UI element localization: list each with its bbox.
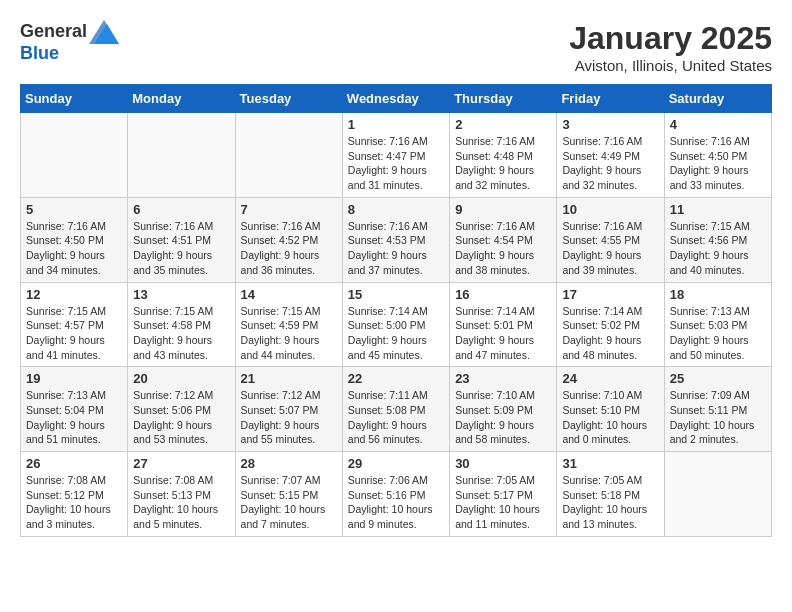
- calendar-cell: [235, 113, 342, 198]
- day-number: 2: [455, 117, 551, 132]
- day-info: Sunrise: 7:16 AM Sunset: 4:53 PM Dayligh…: [348, 219, 444, 278]
- logo: General Blue: [20, 20, 119, 64]
- day-info: Sunrise: 7:14 AM Sunset: 5:00 PM Dayligh…: [348, 304, 444, 363]
- calendar-cell: 28Sunrise: 7:07 AM Sunset: 5:15 PM Dayli…: [235, 452, 342, 537]
- day-info: Sunrise: 7:12 AM Sunset: 5:07 PM Dayligh…: [241, 388, 337, 447]
- calendar-cell: 17Sunrise: 7:14 AM Sunset: 5:02 PM Dayli…: [557, 282, 664, 367]
- header-thursday: Thursday: [450, 85, 557, 113]
- day-info: Sunrise: 7:16 AM Sunset: 4:47 PM Dayligh…: [348, 134, 444, 193]
- calendar-cell: [664, 452, 771, 537]
- header-tuesday: Tuesday: [235, 85, 342, 113]
- calendar-cell: 30Sunrise: 7:05 AM Sunset: 5:17 PM Dayli…: [450, 452, 557, 537]
- calendar-cell: 26Sunrise: 7:08 AM Sunset: 5:12 PM Dayli…: [21, 452, 128, 537]
- header: General Blue January 2025 Aviston, Illin…: [20, 20, 772, 74]
- day-number: 12: [26, 287, 122, 302]
- day-info: Sunrise: 7:14 AM Sunset: 5:02 PM Dayligh…: [562, 304, 658, 363]
- weekday-header-row: SundayMondayTuesdayWednesdayThursdayFrid…: [21, 85, 772, 113]
- day-info: Sunrise: 7:13 AM Sunset: 5:03 PM Dayligh…: [670, 304, 766, 363]
- title-area: January 2025 Aviston, Illinois, United S…: [569, 20, 772, 74]
- day-info: Sunrise: 7:07 AM Sunset: 5:15 PM Dayligh…: [241, 473, 337, 532]
- day-number: 23: [455, 371, 551, 386]
- header-friday: Friday: [557, 85, 664, 113]
- day-number: 3: [562, 117, 658, 132]
- day-info: Sunrise: 7:12 AM Sunset: 5:06 PM Dayligh…: [133, 388, 229, 447]
- day-number: 17: [562, 287, 658, 302]
- calendar-cell: 16Sunrise: 7:14 AM Sunset: 5:01 PM Dayli…: [450, 282, 557, 367]
- day-info: Sunrise: 7:16 AM Sunset: 4:52 PM Dayligh…: [241, 219, 337, 278]
- day-info: Sunrise: 7:08 AM Sunset: 5:13 PM Dayligh…: [133, 473, 229, 532]
- calendar-cell: 24Sunrise: 7:10 AM Sunset: 5:10 PM Dayli…: [557, 367, 664, 452]
- day-info: Sunrise: 7:06 AM Sunset: 5:16 PM Dayligh…: [348, 473, 444, 532]
- header-monday: Monday: [128, 85, 235, 113]
- calendar-cell: 19Sunrise: 7:13 AM Sunset: 5:04 PM Dayli…: [21, 367, 128, 452]
- day-number: 29: [348, 456, 444, 471]
- calendar-cell: 27Sunrise: 7:08 AM Sunset: 5:13 PM Dayli…: [128, 452, 235, 537]
- day-info: Sunrise: 7:16 AM Sunset: 4:50 PM Dayligh…: [670, 134, 766, 193]
- day-number: 24: [562, 371, 658, 386]
- day-info: Sunrise: 7:05 AM Sunset: 5:17 PM Dayligh…: [455, 473, 551, 532]
- calendar-cell: 15Sunrise: 7:14 AM Sunset: 5:00 PM Dayli…: [342, 282, 449, 367]
- page-title: January 2025: [569, 20, 772, 57]
- logo-icon: [89, 20, 119, 44]
- day-number: 25: [670, 371, 766, 386]
- logo-blue-text: Blue: [20, 44, 119, 64]
- day-info: Sunrise: 7:16 AM Sunset: 4:49 PM Dayligh…: [562, 134, 658, 193]
- day-number: 14: [241, 287, 337, 302]
- day-info: Sunrise: 7:15 AM Sunset: 4:59 PM Dayligh…: [241, 304, 337, 363]
- day-number: 9: [455, 202, 551, 217]
- day-info: Sunrise: 7:10 AM Sunset: 5:09 PM Dayligh…: [455, 388, 551, 447]
- day-number: 22: [348, 371, 444, 386]
- calendar-cell: 4Sunrise: 7:16 AM Sunset: 4:50 PM Daylig…: [664, 113, 771, 198]
- calendar-cell: 20Sunrise: 7:12 AM Sunset: 5:06 PM Dayli…: [128, 367, 235, 452]
- day-info: Sunrise: 7:16 AM Sunset: 4:48 PM Dayligh…: [455, 134, 551, 193]
- week-row-5: 26Sunrise: 7:08 AM Sunset: 5:12 PM Dayli…: [21, 452, 772, 537]
- calendar-cell: 5Sunrise: 7:16 AM Sunset: 4:50 PM Daylig…: [21, 197, 128, 282]
- day-number: 4: [670, 117, 766, 132]
- day-number: 26: [26, 456, 122, 471]
- day-info: Sunrise: 7:16 AM Sunset: 4:50 PM Dayligh…: [26, 219, 122, 278]
- calendar-cell: [21, 113, 128, 198]
- day-info: Sunrise: 7:13 AM Sunset: 5:04 PM Dayligh…: [26, 388, 122, 447]
- calendar-cell: 10Sunrise: 7:16 AM Sunset: 4:55 PM Dayli…: [557, 197, 664, 282]
- day-number: 11: [670, 202, 766, 217]
- day-number: 8: [348, 202, 444, 217]
- calendar-cell: 29Sunrise: 7:06 AM Sunset: 5:16 PM Dayli…: [342, 452, 449, 537]
- week-row-3: 12Sunrise: 7:15 AM Sunset: 4:57 PM Dayli…: [21, 282, 772, 367]
- day-info: Sunrise: 7:15 AM Sunset: 4:57 PM Dayligh…: [26, 304, 122, 363]
- day-number: 5: [26, 202, 122, 217]
- day-number: 20: [133, 371, 229, 386]
- logo-general-text: General: [20, 22, 87, 42]
- calendar-cell: 14Sunrise: 7:15 AM Sunset: 4:59 PM Dayli…: [235, 282, 342, 367]
- calendar-cell: 25Sunrise: 7:09 AM Sunset: 5:11 PM Dayli…: [664, 367, 771, 452]
- day-info: Sunrise: 7:09 AM Sunset: 5:11 PM Dayligh…: [670, 388, 766, 447]
- day-number: 27: [133, 456, 229, 471]
- day-number: 7: [241, 202, 337, 217]
- day-info: Sunrise: 7:15 AM Sunset: 4:58 PM Dayligh…: [133, 304, 229, 363]
- calendar-cell: 1Sunrise: 7:16 AM Sunset: 4:47 PM Daylig…: [342, 113, 449, 198]
- day-number: 21: [241, 371, 337, 386]
- day-info: Sunrise: 7:10 AM Sunset: 5:10 PM Dayligh…: [562, 388, 658, 447]
- day-info: Sunrise: 7:11 AM Sunset: 5:08 PM Dayligh…: [348, 388, 444, 447]
- calendar-cell: 12Sunrise: 7:15 AM Sunset: 4:57 PM Dayli…: [21, 282, 128, 367]
- day-number: 16: [455, 287, 551, 302]
- day-number: 18: [670, 287, 766, 302]
- calendar-cell: 13Sunrise: 7:15 AM Sunset: 4:58 PM Dayli…: [128, 282, 235, 367]
- day-info: Sunrise: 7:16 AM Sunset: 4:55 PM Dayligh…: [562, 219, 658, 278]
- header-wednesday: Wednesday: [342, 85, 449, 113]
- calendar-cell: 31Sunrise: 7:05 AM Sunset: 5:18 PM Dayli…: [557, 452, 664, 537]
- calendar-cell: 22Sunrise: 7:11 AM Sunset: 5:08 PM Dayli…: [342, 367, 449, 452]
- calendar-table: SundayMondayTuesdayWednesdayThursdayFrid…: [20, 84, 772, 537]
- week-row-4: 19Sunrise: 7:13 AM Sunset: 5:04 PM Dayli…: [21, 367, 772, 452]
- day-number: 13: [133, 287, 229, 302]
- calendar-cell: 8Sunrise: 7:16 AM Sunset: 4:53 PM Daylig…: [342, 197, 449, 282]
- day-number: 15: [348, 287, 444, 302]
- day-number: 10: [562, 202, 658, 217]
- header-saturday: Saturday: [664, 85, 771, 113]
- week-row-2: 5Sunrise: 7:16 AM Sunset: 4:50 PM Daylig…: [21, 197, 772, 282]
- header-sunday: Sunday: [21, 85, 128, 113]
- calendar-cell: 21Sunrise: 7:12 AM Sunset: 5:07 PM Dayli…: [235, 367, 342, 452]
- day-number: 28: [241, 456, 337, 471]
- calendar-cell: 23Sunrise: 7:10 AM Sunset: 5:09 PM Dayli…: [450, 367, 557, 452]
- calendar-cell: 9Sunrise: 7:16 AM Sunset: 4:54 PM Daylig…: [450, 197, 557, 282]
- day-info: Sunrise: 7:08 AM Sunset: 5:12 PM Dayligh…: [26, 473, 122, 532]
